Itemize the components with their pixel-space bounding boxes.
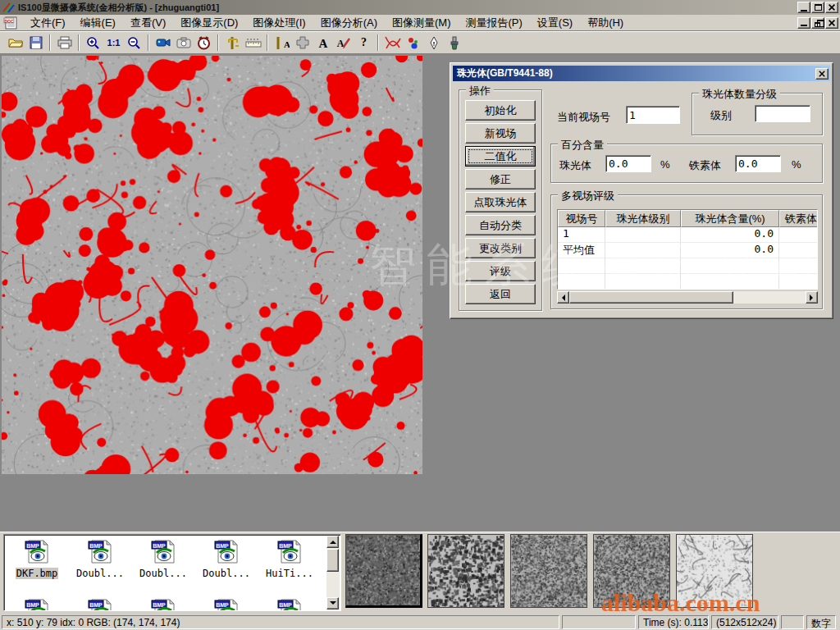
scroll-thumb[interactable] bbox=[569, 291, 733, 304]
status-time: Time (s): 0.113 bbox=[638, 615, 709, 629]
caliper-text-button[interactable]: A bbox=[272, 33, 292, 52]
file-item[interactable]: Doubl... bbox=[132, 538, 194, 579]
scroll-up-button[interactable] bbox=[326, 536, 339, 548]
file-name: DKF.bmp bbox=[16, 568, 59, 579]
caliper-button[interactable] bbox=[222, 33, 243, 52]
print-button[interactable] bbox=[54, 33, 75, 52]
menu-settings[interactable]: 设置(S) bbox=[530, 14, 580, 32]
col-pearlite-grade: 珠光体级别 bbox=[605, 210, 681, 227]
pick-pearlite-button[interactable]: 点取珠光体 bbox=[465, 192, 536, 212]
file-item[interactable]: Doubl... bbox=[69, 538, 131, 579]
ferrite-percent-sign: % bbox=[792, 158, 801, 171]
grade-level-input[interactable] bbox=[755, 105, 810, 122]
scroll-down-button[interactable] bbox=[326, 597, 339, 609]
video-camera-button[interactable] bbox=[153, 33, 173, 52]
menu-measure-report[interactable]: 测量报告(P) bbox=[458, 14, 529, 32]
scroll-right-button[interactable] bbox=[806, 291, 818, 304]
file-item[interactable]: HuiTi... bbox=[258, 538, 321, 579]
grading-group-label: 珠光体数量分级 bbox=[699, 87, 780, 102]
file-item[interactable] bbox=[195, 597, 258, 611]
table-row[interactable]: 平均值 0.0 bbox=[558, 243, 817, 258]
menu-view[interactable]: 查看(V) bbox=[123, 14, 173, 32]
help-button[interactable]: ? bbox=[354, 33, 374, 52]
snapshot-camera-button[interactable] bbox=[173, 33, 194, 52]
file-name: HuiTi... bbox=[265, 568, 314, 579]
cell-field-no: 平均值 bbox=[558, 243, 605, 258]
return-button[interactable]: 返回 bbox=[465, 284, 536, 304]
toolbar-separator bbox=[377, 34, 379, 51]
grid-cross-button[interactable] bbox=[292, 33, 313, 52]
curve-tool-button[interactable] bbox=[382, 33, 403, 52]
file-list[interactable]: DKF.bmp Doubl... Doubl... Doubl... HuiTi… bbox=[3, 534, 341, 611]
thumbnail-2[interactable] bbox=[427, 534, 504, 608]
menu-help[interactable]: 帮助(H) bbox=[580, 14, 631, 32]
dialog-close-button[interactable] bbox=[815, 68, 829, 80]
initialize-button[interactable]: 初始化 bbox=[465, 100, 536, 121]
file-name: Doubl... bbox=[139, 568, 188, 579]
file-item[interactable] bbox=[6, 597, 68, 611]
close-button[interactable] bbox=[825, 2, 838, 13]
menu-image-measure[interactable]: 图像测量(M) bbox=[385, 14, 459, 32]
zoom-out-button[interactable] bbox=[124, 33, 144, 52]
toolbar: 1:1 A A A ? bbox=[0, 31, 840, 54]
save-button[interactable] bbox=[25, 33, 46, 52]
minimize-button[interactable] bbox=[797, 2, 810, 13]
menu-file[interactable]: 文件(F) bbox=[23, 14, 73, 32]
multi-field-group-label: 多视场评级 bbox=[558, 189, 618, 203]
menu-edit[interactable]: 编辑(E) bbox=[73, 14, 123, 32]
bottom-panel: DKF.bmp Doubl... Doubl... Doubl... HuiTi… bbox=[0, 532, 840, 614]
menu-image-processing[interactable]: 图像处理(I) bbox=[245, 14, 313, 32]
correct-button[interactable]: 修正 bbox=[465, 169, 536, 189]
auto-classify-button[interactable]: 自动分类 bbox=[465, 215, 536, 235]
table-row[interactable]: 1 0.0 bbox=[558, 227, 817, 243]
scroll-thumb[interactable] bbox=[326, 549, 339, 572]
svg-text:DOC: DOC bbox=[4, 18, 14, 23]
mdi-minimize-button[interactable] bbox=[797, 17, 810, 29]
table-horizontal-scrollbar[interactable] bbox=[557, 291, 818, 304]
count-markers-button[interactable] bbox=[403, 33, 423, 52]
text-label-button[interactable]: A bbox=[313, 33, 333, 52]
actual-size-button[interactable]: 1:1 bbox=[103, 33, 124, 52]
file-item[interactable] bbox=[132, 597, 194, 611]
status-mode: 数字 bbox=[806, 615, 836, 629]
file-item[interactable]: Doubl... bbox=[195, 538, 258, 579]
cell-ferrite bbox=[779, 243, 818, 258]
edit-text-button[interactable]: A bbox=[333, 33, 354, 52]
maximize-button[interactable] bbox=[811, 2, 824, 13]
grading-group: 珠光体数量分级 级别 bbox=[692, 93, 823, 135]
dialog-titlebar[interactable]: 珠光体(GB/T9441-88) bbox=[453, 66, 830, 81]
arrow-down-icon bbox=[330, 601, 336, 608]
binarize-button[interactable]: 二值化 bbox=[465, 146, 536, 167]
change-class-button[interactable]: 更改类别 bbox=[465, 238, 536, 258]
thumbnail-3[interactable] bbox=[510, 534, 587, 608]
open-file-button[interactable] bbox=[5, 33, 25, 52]
pearlite-label: 珠光体 bbox=[559, 158, 591, 173]
rating-table[interactable]: 视场号 珠光体级别 珠光体含量(%) 铁素体 1 0.0 平均值 bbox=[557, 209, 818, 290]
pearlite-percent-input[interactable] bbox=[605, 155, 651, 172]
current-view-label: 当前视场号 bbox=[557, 110, 610, 125]
file-list-scrollbar[interactable] bbox=[326, 536, 340, 609]
thumbnail-4[interactable] bbox=[593, 534, 670, 608]
scroll-left-button[interactable] bbox=[557, 291, 569, 304]
menu-image-display[interactable]: 图像显示(D) bbox=[173, 14, 245, 32]
file-item[interactable]: DKF.bmp bbox=[6, 538, 68, 579]
file-item[interactable] bbox=[258, 597, 321, 611]
grade-button[interactable]: 评级 bbox=[465, 261, 536, 281]
timer-clock-button[interactable] bbox=[194, 33, 214, 52]
mdi-restore-button[interactable] bbox=[811, 17, 824, 29]
svg-text:A: A bbox=[284, 39, 290, 49]
ferrite-percent-input[interactable] bbox=[735, 155, 781, 172]
thumbnail-1[interactable] bbox=[345, 534, 422, 608]
arrow-left-icon bbox=[559, 294, 565, 301]
brush-tool-button[interactable] bbox=[444, 33, 464, 52]
metallographic-image[interactable] bbox=[2, 56, 422, 474]
ruler-button[interactable] bbox=[243, 33, 263, 52]
new-field-button[interactable]: 新视场 bbox=[465, 123, 536, 144]
menu-image-analysis[interactable]: 图像分析(A) bbox=[313, 14, 385, 32]
pen-tool-button[interactable] bbox=[423, 33, 444, 52]
file-item[interactable] bbox=[69, 597, 131, 611]
thumbnail-5[interactable] bbox=[676, 534, 753, 608]
zoom-in-button[interactable] bbox=[83, 33, 103, 52]
current-view-input[interactable] bbox=[626, 106, 680, 124]
mdi-close-button[interactable] bbox=[825, 17, 838, 29]
